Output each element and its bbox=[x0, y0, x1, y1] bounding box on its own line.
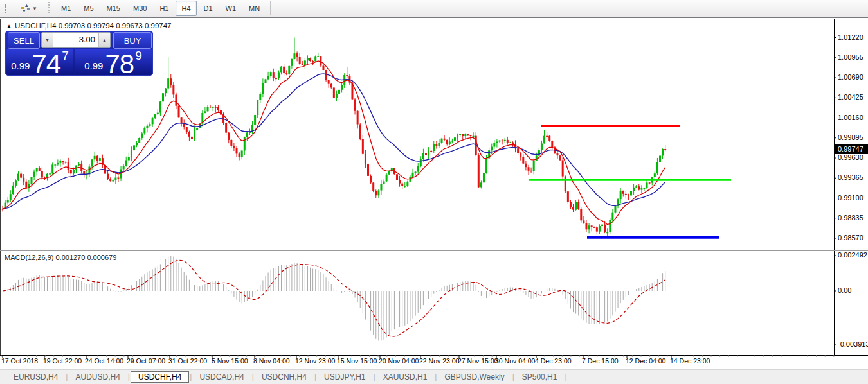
sell-price-sup: 7 bbox=[62, 49, 69, 63]
time-axis-label: 27 Nov 15:00 bbox=[458, 357, 498, 365]
volume-decrease-button[interactable]: ▼ bbox=[42, 33, 53, 47]
buy-price-sup: 9 bbox=[135, 49, 142, 63]
timeframe-button-D1[interactable]: D1 bbox=[198, 1, 219, 16]
macd-axis-label: 0.002492 bbox=[838, 251, 867, 259]
price-axis-label: 0.99365 bbox=[838, 173, 863, 181]
price-axis-label: 1.01220 bbox=[838, 33, 863, 41]
price-axis-label: 1.00955 bbox=[838, 53, 863, 61]
macd-indicator-label: MACD(12,26,9) 0.001270 0.000679 bbox=[5, 254, 116, 261]
time-axis-label: 31 Oct 22:00 bbox=[168, 357, 207, 365]
time-axis-label: 4 Dec 23:00 bbox=[535, 357, 572, 365]
chart-tab-SP500-H1[interactable]: SP500,H1 bbox=[515, 371, 565, 383]
sort-arrows-icon bbox=[21, 4, 31, 13]
timeframe-button-H4[interactable]: H4 bbox=[176, 1, 196, 16]
chart-tab-GBPUSD-Weekly[interactable]: GBPUSD,Weekly bbox=[437, 371, 511, 383]
timeframe-button-M15[interactable]: M15 bbox=[101, 1, 126, 16]
volume-stepper: ▼ 3.00 ▲ bbox=[41, 32, 111, 48]
toolbar-separator-grip[interactable] bbox=[46, 2, 51, 15]
timeframe-button-M5[interactable]: M5 bbox=[78, 1, 99, 16]
volume-increase-button[interactable]: ▲ bbox=[98, 33, 110, 47]
price-axis-label: 0.99630 bbox=[838, 153, 863, 161]
time-axis-label: 24 Oct 14:00 bbox=[85, 357, 123, 365]
timeframe-button-M1[interactable]: M1 bbox=[55, 1, 77, 16]
time-axis-label: 29 Oct 07:00 bbox=[127, 357, 165, 365]
chart-tab-AUDUSD-H4[interactable]: AUDUSD,H4 bbox=[68, 371, 127, 383]
collapse-panel-icon[interactable]: ▲ bbox=[6, 23, 12, 29]
one-click-trading-panel: SELL ▼ 3.00 ▲ BUY 0.99 74 7 0.99 78 9 bbox=[5, 31, 153, 76]
volume-field[interactable]: 3.00 bbox=[53, 33, 98, 47]
chart-tab-USDCNH-H4[interactable]: USDCNH,H4 bbox=[255, 371, 314, 383]
time-axis-label: 12 Nov 23:00 bbox=[295, 357, 335, 365]
sell-button[interactable]: SELL bbox=[8, 32, 40, 49]
price-axis-label: 0.98835 bbox=[838, 214, 863, 222]
current-price-tag: 0.99747 bbox=[835, 144, 868, 154]
time-axis-label: 22 Nov 23:00 bbox=[419, 357, 459, 365]
timeframe-button-W1[interactable]: W1 bbox=[220, 1, 242, 16]
buy-price-big: 78 bbox=[105, 53, 134, 74]
sell-price-prefix: 0.99 bbox=[11, 60, 30, 71]
price-axis-label: 1.00160 bbox=[838, 114, 863, 121]
time-axis-label: 30 Nov 04:00 bbox=[495, 357, 535, 365]
time-axis-label: 15 Nov 15:00 bbox=[337, 357, 377, 365]
timeframe-button-MN[interactable]: MN bbox=[243, 1, 266, 16]
chart-tab-USDCAD-H4[interactable]: USDCAD,H4 bbox=[192, 371, 251, 383]
price-axis-label: 0.99895 bbox=[838, 134, 863, 141]
chart-tab-bar: EURUSD,H4|AUDUSD,H4|USDCHF,H4|USDCAD,H4|… bbox=[0, 369, 868, 384]
price-axis-label: 1.00690 bbox=[838, 73, 863, 81]
buy-button[interactable]: BUY bbox=[113, 32, 152, 49]
arrange-symbols-icon[interactable]: ▼ bbox=[18, 1, 40, 15]
chart-tab-USDCHF-H4[interactable]: USDCHF,H4 bbox=[131, 371, 189, 383]
dashed-box-icon bbox=[5, 4, 14, 13]
time-axis-label: 12 Dec 04:00 bbox=[626, 357, 665, 365]
chart-title: ▲USDCHF,H4 0.99703 0.99794 0.99673 0.997… bbox=[6, 22, 172, 30]
timeframe-button-H1[interactable]: H1 bbox=[154, 1, 174, 16]
time-axis-label: 17 Oct 2018 bbox=[1, 357, 38, 365]
toolbar-separator bbox=[270, 1, 271, 15]
timeframe-button-group: M1M5M15M30H1H4D1W1MN bbox=[55, 1, 266, 16]
timeframe-button-M30[interactable]: M30 bbox=[127, 1, 152, 16]
time-axis-label: 5 Nov 15:00 bbox=[212, 357, 248, 365]
dropdown-caret-icon: ▼ bbox=[32, 6, 37, 12]
buy-price-prefix: 0.99 bbox=[84, 60, 103, 71]
chart-shift-icon[interactable] bbox=[3, 1, 17, 15]
time-axis-label: 14 Dec 23:00 bbox=[670, 357, 710, 365]
price-axis-label: 1.00425 bbox=[838, 93, 863, 101]
time-axis-label: 19 Oct 22:00 bbox=[43, 357, 82, 365]
time-axis-label: 20 Nov 04:00 bbox=[379, 357, 419, 365]
chart-tab-USDJPY-H1[interactable]: USDJPY,H1 bbox=[317, 371, 372, 383]
buy-price-display[interactable]: 0.99 78 9 bbox=[75, 49, 152, 74]
chart-tab-XAUUSD-H1[interactable]: XAUUSD,H1 bbox=[376, 371, 435, 383]
macd-axis-label: -0.003913 bbox=[838, 340, 868, 348]
mt4-window: ▼ M1M5M15M30H1H4D1W1MN ▲USDCHF,H4 0.9970… bbox=[0, 0, 868, 384]
sell-price-big: 74 bbox=[32, 53, 60, 74]
chart-tab-EURUSD-H4[interactable]: EURUSD,H4 bbox=[6, 371, 65, 383]
time-axis-label: 7 Dec 15:00 bbox=[582, 357, 619, 365]
chart-window[interactable]: ▲USDCHF,H4 0.99703 0.99794 0.99673 0.997… bbox=[0, 19, 868, 369]
time-axis-label: 8 Nov 04:00 bbox=[253, 357, 290, 365]
price-axis-label: 0.98570 bbox=[838, 234, 863, 241]
price-axis-label: 0.99100 bbox=[838, 194, 863, 202]
chart-title-text: USDCHF,H4 0.99703 0.99794 0.99673 0.9974… bbox=[15, 22, 172, 30]
tab-separator: | bbox=[564, 372, 567, 381]
sell-price-display[interactable]: 0.99 74 7 bbox=[6, 49, 73, 74]
macd-axis-label: 0.00 bbox=[838, 286, 851, 294]
toolbar: ▼ M1M5M15M30H1H4D1W1MN bbox=[0, 0, 868, 18]
